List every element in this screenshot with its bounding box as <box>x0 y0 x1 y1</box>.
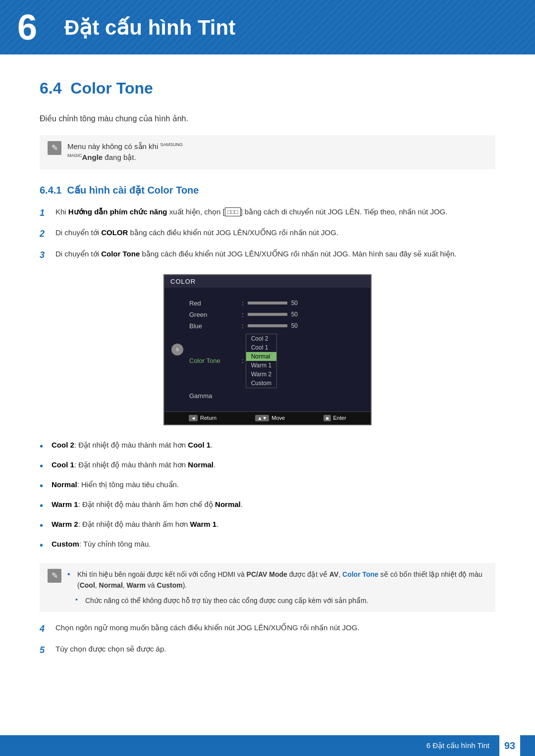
inner-note-content: • Khi tín hiệu bên ngoài được kết nối vớ… <box>67 569 487 606</box>
menu-item-gamma: Gamma <box>189 390 371 402</box>
chapter-title: Đặt cấu hình Tint <box>54 15 235 40</box>
chapter-number: 6 <box>17 9 37 45</box>
color-tone-dropdown: Cool 2 Cool 1 Normal Warm 1 Warm 2 Custo… <box>246 334 277 388</box>
step-5: 5 Tùy chọn được chọn sẽ được áp. <box>40 643 495 657</box>
menu-item-green: Green : 50 <box>189 309 371 320</box>
step-4: 4 Chọn ngôn ngữ mong muốn bằng cách điều… <box>40 622 495 636</box>
footer-chapter-label: 6 Đặt cấu hình Tint <box>427 741 489 750</box>
bullet-cool1: • Cool 1: Đặt nhiệt độ màu thành mát hơn… <box>40 459 495 474</box>
menu-item-blue: Blue : 50 <box>189 320 371 332</box>
monitor-bottombar: ◄ Return ▲▼ Move ■ Enter <box>164 411 371 424</box>
page-footer: 6 Đặt cấu hình Tint 93 <box>0 735 535 756</box>
monitor-menu-items: Red : 50 Green : 50 <box>164 293 371 406</box>
chapter-header: 6 Đặt cấu hình Tint <box>0 0 535 54</box>
note-icon <box>48 141 61 155</box>
bullet-cool2: • Cool 2: Đặt nhiệt độ màu thành mát hơn… <box>40 439 495 454</box>
steps-list: 1 Khi Hướng dẫn phím chức năng xuất hiện… <box>40 206 495 262</box>
step-3: 3 Di chuyển tới Color Tone bằng cách điề… <box>40 248 495 262</box>
bullet-custom: • Custom: Tùy chỉnh tông màu. <box>40 538 495 553</box>
inner-note: • Khi tín hiệu bên ngoài được kết nối vớ… <box>40 563 495 612</box>
note-box: Menu này không có sẵn khi SAMSUNGMAGICAn… <box>40 135 495 169</box>
bullet-list: • Cool 2: Đặt nhiệt độ màu thành mát hơn… <box>40 439 495 553</box>
samsung-icon: S <box>171 344 183 355</box>
inner-note-icon <box>48 569 61 583</box>
footer-page-number: 93 <box>499 735 520 756</box>
menu-item-color-tone: Color Tone : Cool 2 Cool 1 Normal Warm 1… <box>189 332 371 390</box>
section-description: Điều chỉnh tông màu chung của hình ảnh. <box>40 112 495 125</box>
page-content: 6.4 Color Tone Điều chỉnh tông màu chung… <box>0 54 535 709</box>
note-text: Menu này không có sẵn khi SAMSUNGMAGICAn… <box>67 141 183 163</box>
enter-button: ■ Enter <box>323 415 346 421</box>
move-button: ▲▼ Move <box>255 415 285 421</box>
bullet-warm1: • Warm 1: Đặt nhiệt độ màu thành ấm hơn … <box>40 499 495 513</box>
chapter-number-block: 6 <box>0 0 54 54</box>
menu-item-red: Red : 50 <box>189 298 371 309</box>
step-1: 1 Khi Hướng dẫn phím chức năng xuất hiện… <box>40 206 495 220</box>
monitor-topbar: COLOR <box>164 275 371 288</box>
return-button: ◄ Return <box>189 415 216 421</box>
monitor-mockup: COLOR S Red : 50 <box>40 274 495 425</box>
section-title: 6.4 Color Tone <box>40 79 495 98</box>
monitor-screen: COLOR S Red : 50 <box>163 274 372 425</box>
bullet-normal: • Normal: Hiển thị tông màu tiêu chuẩn. <box>40 479 495 494</box>
step-2: 2 Di chuyển tới COLOR bằng cách điều khi… <box>40 227 495 241</box>
subsection-title: 6.4.1 Cấu hình cài đặt Color Tone <box>40 184 495 196</box>
later-steps-list: 4 Chọn ngôn ngữ mong muốn bằng cách điều… <box>40 622 495 657</box>
bullet-warm2: • Warm 2: Đặt nhiệt độ màu thành ấm hơn … <box>40 518 495 533</box>
